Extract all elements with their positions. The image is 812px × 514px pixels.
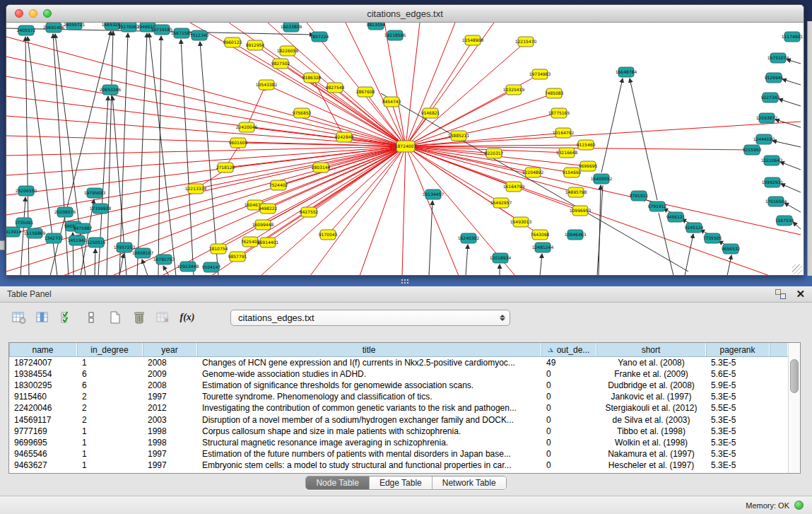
graph-node[interactable]: 12018934 (490, 253, 512, 263)
select-columns-icon[interactable] (58, 308, 76, 327)
tab-edge-table[interactable]: Edge Table (370, 477, 433, 489)
graph-node[interactable]: 10946463 (565, 230, 587, 240)
memory-status-indicator[interactable] (794, 501, 804, 510)
cell-pagerank[interactable]: 5.3E-5 (706, 438, 770, 448)
graph-node[interactable]: 15885211 (448, 131, 470, 141)
graph-node[interactable]: 16033809 (281, 23, 302, 32)
graph-node[interactable]: 8427552 (300, 207, 319, 217)
cell-name[interactable]: 9699695 (9, 438, 77, 448)
graph-node[interactable]: 9104147 (202, 262, 221, 272)
cell-out-de-[interactable]: 49 (541, 358, 596, 368)
graph-node[interactable]: 1342737 (45, 233, 64, 243)
table-row[interactable]: 2242004622012Investigating the contribut… (9, 402, 788, 414)
graph-node[interactable]: 11174601 (782, 32, 804, 42)
cell-title[interactable]: Estimation of the future numbers of pati… (197, 449, 541, 459)
cell-in-degree[interactable]: 2 (77, 415, 143, 425)
graph-node[interactable]: 17359928 (90, 204, 112, 214)
graph-node[interactable]: 10543382 (256, 80, 278, 90)
graph-node[interactable]: 9456121 (666, 212, 686, 222)
graph-node[interactable]: 12215470 (515, 37, 537, 47)
cell-pagerank[interactable]: 5.6E-5 (706, 369, 770, 379)
graph-node[interactable]: 9699695 (579, 161, 598, 171)
table-row[interactable]: 946362711997Embryonic stem cells: a mode… (9, 460, 788, 471)
graph-node[interactable]: 1167534 (775, 216, 794, 226)
cell-name[interactable]: 18300295 (9, 380, 77, 390)
new-table-icon[interactable] (106, 308, 124, 327)
cell-year[interactable]: 2008 (143, 358, 197, 368)
float-panel-icon[interactable] (775, 289, 786, 299)
graph-node[interactable]: 10325419 (503, 85, 525, 95)
cell-year[interactable]: 1997 (143, 460, 197, 470)
cell-year[interactable]: 1998 (143, 438, 197, 448)
table-settings-icon[interactable] (10, 308, 28, 327)
cell-in-degree[interactable]: 1 (77, 426, 143, 436)
network-canvas[interactable]: 1872400789601238912954182260589827502105… (6, 23, 804, 276)
column-header-short[interactable]: short (596, 343, 706, 356)
cell-title[interactable]: Embryonic stem cells: a model to study s… (197, 460, 541, 470)
cell-title[interactable]: Estimation of significance thresholds fo… (197, 380, 541, 390)
graph-node[interactable]: 12204892 (522, 168, 544, 177)
table-row[interactable]: 1456911722003Disruption of a novel membe… (9, 414, 788, 425)
graph-node[interactable]: 12481244 (532, 243, 554, 252)
cell-in-degree[interactable]: 6 (77, 380, 143, 390)
cell-short[interactable]: Stergiakouli et al. (2012) (596, 403, 706, 413)
cell-out-de-[interactable]: 0 (541, 415, 596, 425)
graph-node[interactable]: 1250515 (87, 238, 106, 247)
scrollbar-thumb[interactable] (790, 359, 799, 393)
cell-title[interactable]: Corpus callosum shape and size in male p… (197, 426, 541, 436)
row-height-icon[interactable] (82, 308, 100, 327)
left-panel-grip[interactable] (0, 240, 5, 250)
cell-pagerank[interactable]: 5.3E-5 (706, 358, 770, 368)
cell-out-de-[interactable]: 0 (541, 438, 596, 448)
tab-node-table[interactable]: Node Table (306, 477, 370, 489)
graph-node[interactable]: 10164792 (553, 128, 575, 138)
cell-in-degree[interactable]: 2 (77, 403, 143, 413)
cell-pagerank[interactable]: 5.3E-5 (706, 392, 770, 402)
column-header-year[interactable]: year (143, 343, 197, 356)
graph-node[interactable]: 10958107 (132, 248, 154, 258)
graph-node[interactable]: 1735061 (15, 218, 34, 228)
graph-node[interactable]: 8912954 (246, 40, 265, 50)
graph-node[interactable]: 8960123 (223, 37, 242, 47)
graph-node[interactable]: 9215953 (743, 145, 762, 155)
graph-node[interactable]: 12444190 (753, 134, 775, 144)
cell-out-de-[interactable]: 0 (541, 460, 596, 470)
cell-title[interactable]: Investigating the contribution of common… (197, 403, 541, 413)
graph-node[interactable]: 8220317 (485, 148, 504, 158)
table-row[interactable]: 977716911998Corpus callosum shape and si… (9, 426, 788, 437)
graph-node[interactable]: 12213334 (185, 184, 207, 194)
cell-name[interactable]: 9463627 (9, 460, 77, 470)
cell-year[interactable]: 2012 (143, 403, 197, 413)
graph-node[interactable]: 15134457 (423, 189, 445, 199)
cell-short[interactable]: de Silva et al. (2003) (596, 415, 706, 425)
cell-name[interactable]: 22420046 (9, 403, 77, 413)
graph-node[interactable]: 9656532 (722, 244, 741, 254)
graph-node[interactable]: 15751074 (767, 53, 789, 63)
cell-year[interactable]: 1997 (143, 449, 197, 459)
cell-short[interactable]: Yano et al. (2008) (596, 358, 706, 368)
cell-pagerank[interactable]: 5.3E-5 (706, 449, 770, 459)
graph-node[interactable]: 2405572 (17, 25, 36, 35)
graph-node[interactable]: 7643098 (531, 230, 550, 240)
table-row[interactable]: 946554611997Estimation of the future num… (9, 448, 788, 460)
panel-splitter-handle[interactable] (401, 279, 409, 284)
cell-year[interactable]: 1997 (143, 392, 197, 402)
graph-node[interactable]: 8813054 (367, 23, 386, 30)
graph-node[interactable]: 11156869 (24, 228, 46, 238)
column-header-pagerank[interactable]: pagerank (706, 343, 770, 356)
cell-year[interactable]: 2008 (143, 380, 197, 390)
column-header-title[interactable]: title (197, 343, 541, 356)
graph-node[interactable]: 2803144 (312, 163, 331, 173)
cell-short[interactable]: Franke et al. (2009) (596, 369, 706, 379)
cell-pagerank[interactable]: 5.3E-5 (706, 415, 770, 425)
cell-name[interactable]: 9115460 (9, 392, 77, 402)
graph-node[interactable]: 8791911 (630, 191, 649, 201)
graph-node[interactable]: 14895798 (565, 187, 587, 197)
cell-in-degree[interactable]: 6 (77, 369, 143, 379)
graph-node[interactable]: 3913914 (6, 227, 22, 237)
graph-node[interactable]: 1810754 (209, 244, 228, 254)
graph-node[interactable]: 7735505 (703, 233, 722, 243)
graph-node[interactable]: 6791912 (648, 201, 667, 211)
graph-node[interactable]: 9827548 (326, 83, 345, 93)
cell-short[interactable]: Dudbridge et al. (2008) (596, 380, 706, 390)
